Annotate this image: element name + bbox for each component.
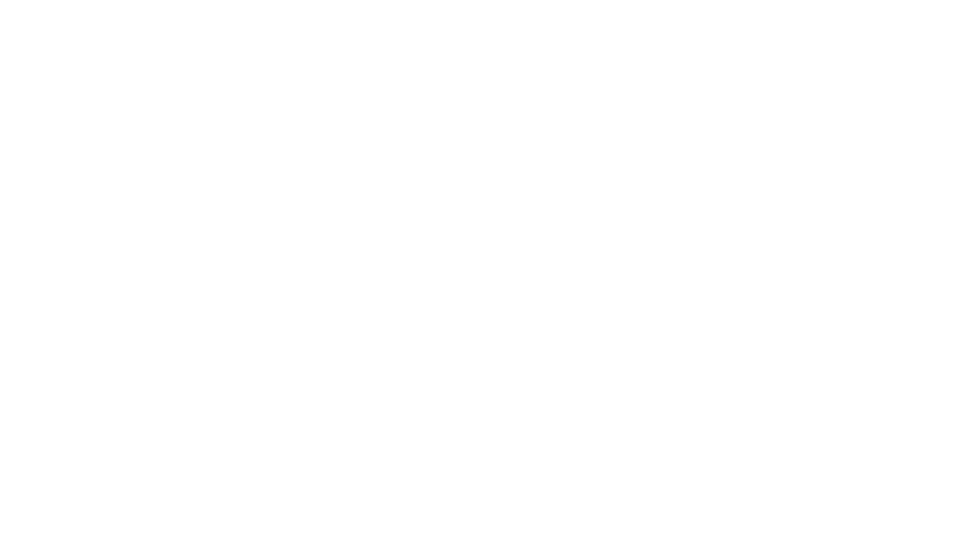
tidal-velocity-figure: [0, 0, 980, 560]
tidal-velocity-plot: [0, 0, 980, 560]
